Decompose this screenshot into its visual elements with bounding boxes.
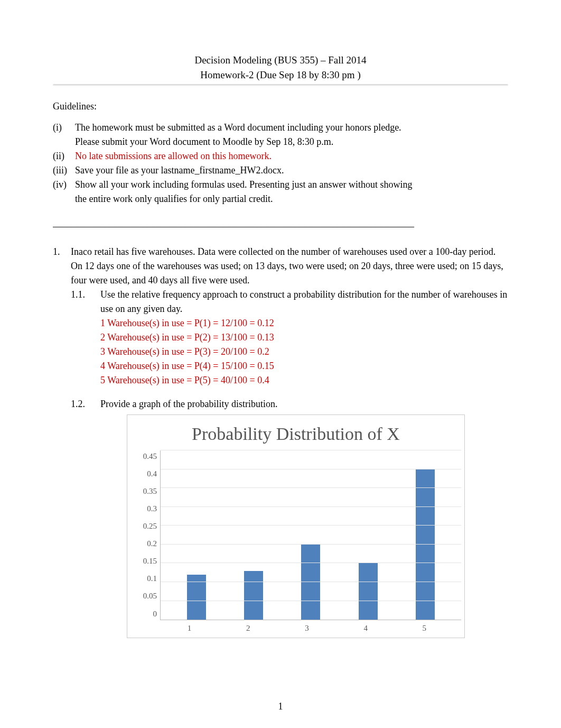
guideline-text: Show all your work including formulas us… (75, 178, 508, 192)
chart-y-axis: 0.450.40.350.30.250.20.150.10.050 (130, 450, 160, 620)
document-page: Decision Modeling (BUS 355) – Fall 2014 … (0, 0, 561, 728)
guideline-i: (i) The homework must be submitted as a … (53, 121, 508, 135)
y-tick-label: 0.2 (147, 538, 157, 550)
guideline-text: Save your file as your lastname_firstnam… (75, 163, 508, 178)
guideline-text: No late submissions are allowed on this … (75, 149, 508, 163)
chart-bar (301, 545, 320, 620)
grid-line (161, 582, 461, 582)
x-tick-label: 1 (180, 622, 199, 634)
ans2b: 0.13 (257, 332, 274, 343)
q1-number: 1. (53, 245, 71, 288)
gi-part-c: including your honors pledge. (285, 122, 401, 133)
y-tick-label: 0.4 (147, 468, 157, 480)
q1-row: 1. Inaco retail has five warehouses. Dat… (53, 245, 508, 288)
y-tick-label: 0.45 (143, 450, 157, 463)
y-tick-label: 0.25 (143, 520, 157, 532)
grid-line (161, 544, 461, 545)
q1-2-text: Provide a graph of the probability distr… (100, 397, 508, 411)
spacer (53, 388, 508, 397)
y-tick-label: 0.05 (143, 590, 157, 602)
answer-line: 1 Warehouse(s) in use = P(1) = 12/100 = … (100, 316, 508, 330)
guideline-iv-sub: the entire work only qualifies for only … (53, 192, 508, 206)
header-line-1: Decision Modeling (BUS 355) – Fall 2014 (53, 53, 508, 68)
chart-container: Probability Distribution of X 0.450.40.3… (127, 414, 465, 638)
y-tick-label: 0.3 (147, 503, 157, 515)
hw-label-a: Homework-2 ( (200, 69, 259, 80)
grid-line (161, 487, 461, 488)
grid-line (161, 469, 461, 469)
q1-1-text: Use the relative frequency approach to c… (100, 288, 508, 316)
course-title: Decision Modeling (BUS 355) (194, 54, 318, 66)
giv-b: Presenting just an answer without showin… (247, 179, 412, 190)
y-tick-label: 0.35 (143, 485, 157, 497)
guidelines-heading: Guidelines: (53, 101, 508, 112)
grid-line (161, 601, 461, 601)
q1-2-row: 1.2. Provide a graph of the probability … (53, 397, 508, 411)
grid-line (161, 506, 461, 507)
x-tick-label: 3 (297, 622, 316, 634)
y-tick-label: 0.1 (147, 573, 157, 585)
y-tick-label: 0 (153, 608, 157, 620)
term: – Fall 2014 (318, 54, 366, 66)
grid-line (161, 450, 461, 450)
guideline-text: The homework must be submitted as a Word… (75, 121, 508, 135)
grid-line (161, 525, 461, 526)
header-line-2: Homework-2 (Due Sep 18 by 8:30 pm ) (53, 68, 508, 82)
chart-plot-area (160, 450, 461, 620)
header-divider (53, 84, 508, 86)
answer-line: 2 Warehouse(s) in use = P(2) = 13/100 = … (100, 330, 508, 345)
gi-sub-b: Sep 18, 8:30 p.m. (266, 136, 333, 147)
chart-bar (416, 469, 435, 620)
y-tick-label: 0.15 (143, 555, 157, 567)
giv-a: Show all your work including formulas us… (75, 179, 247, 190)
answer-line: 4 Warehouse(s) in use = P(4) = 15/100 = … (100, 359, 508, 373)
header: Decision Modeling (BUS 355) – Fall 2014 … (53, 53, 508, 82)
guideline-num: (ii) (53, 149, 75, 163)
q1-1-row: 1.1. Use the relative frequency approach… (53, 288, 508, 316)
guideline-i-sub: Please submit your Word document to Mood… (53, 135, 508, 149)
answer-line: 5 Warehouse(s) in use = P(5) = 40/100 = … (100, 373, 508, 388)
guideline-num: (i) (53, 121, 75, 135)
chart-bars (161, 450, 461, 620)
q1-text: Inaco retail has five warehouses. Data w… (71, 245, 508, 288)
question-1: 1. Inaco retail has five warehouses. Dat… (53, 245, 508, 638)
chart-plot: 0.450.40.350.30.250.20.150.10.050 (130, 450, 461, 620)
guideline-iii: (iii) Save your file as your lastname_fi… (53, 163, 508, 178)
hw-label-c: ) (355, 69, 361, 80)
grid-line (161, 563, 461, 563)
guideline-ii: (ii) No late submissions are allowed on … (53, 149, 508, 163)
gi-part-a: The homework must be submitted as a (75, 122, 224, 133)
page-number: 1 (0, 701, 561, 712)
gi-part-b: Word document (224, 122, 285, 133)
x-tick-label: 5 (415, 622, 434, 634)
answer-line: 3 Warehouse(s) in use = P(3) = 20/100 = … (100, 345, 508, 359)
x-tick-label: 4 (356, 622, 375, 634)
guideline-num: (iv) (53, 178, 75, 192)
ans2a: 2 Warehouse(s) in use = P(2) = 13/100 = (100, 332, 257, 343)
chart-x-axis: 12345 (130, 620, 461, 634)
chart-bar (359, 563, 378, 620)
gi-sub-a: Please submit your Word document to Mood… (75, 136, 266, 147)
chart-bar (244, 571, 263, 620)
guideline-iv: (iv) Show all your work including formul… (53, 178, 508, 192)
chart-title: Probability Distribution of X (130, 420, 461, 447)
q1-1-number: 1.1. (71, 288, 100, 316)
guideline-num: (iii) (53, 163, 75, 178)
due-date: Due Sep 18 by 8:30 pm (260, 69, 355, 80)
q1-2-number: 1.2. (71, 397, 100, 411)
section-divider: ________________________________________… (53, 218, 508, 229)
x-tick-label: 2 (239, 622, 258, 634)
guidelines-list: (i) The homework must be submitted as a … (53, 121, 508, 206)
q11-b: on any given day. (116, 303, 183, 314)
q1-1-answers: 1 Warehouse(s) in use = P(1) = 12/100 = … (53, 316, 508, 388)
